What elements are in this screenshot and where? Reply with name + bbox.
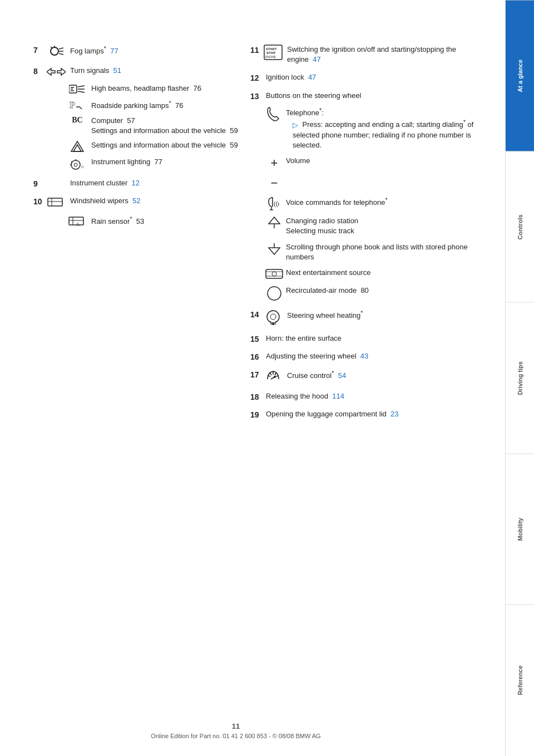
svg-point-48 xyxy=(268,287,281,300)
svg-point-61 xyxy=(274,376,276,378)
svg-line-13 xyxy=(78,86,85,87)
svg-text:P: P xyxy=(70,100,75,110)
svg-line-57 xyxy=(275,372,276,375)
volume-plus-row: + Volume xyxy=(263,156,483,170)
item-16-row: 16 Adjusting the steering wheel 43 xyxy=(250,351,483,361)
roadside-parking-row: P Roadside parking lamps* 76 xyxy=(67,99,239,111)
triangle-settings-row: Settings and information about the vehic… xyxy=(67,140,239,153)
item-10-number: 10 xyxy=(33,197,46,206)
scroll-down-text: Scrolling through phone book and lists w… xyxy=(286,242,483,262)
instrument-light-icon: ☼ xyxy=(67,157,88,170)
svg-marker-7 xyxy=(57,68,66,75)
high-beam-row: High beams, headlamp flasher 76 xyxy=(67,84,239,95)
item-11-group: 11 START STOP ENGINE Switching the ignit… xyxy=(250,45,483,65)
item-14-number: 14 xyxy=(250,310,263,319)
item-9-text: Instrument cluster 12 xyxy=(70,178,239,188)
item-18-number: 18 xyxy=(250,392,263,401)
svg-text:☼: ☼ xyxy=(80,164,85,169)
computer-text: Computer 57 Settings and information abo… xyxy=(91,116,239,136)
item-18-text: Releasing the hood 114 xyxy=(266,391,483,401)
instrument-light-text: Instrument lighting 77 xyxy=(91,157,239,167)
item-19-text: Opening the luggage compartment lid 23 xyxy=(266,409,483,419)
voice-cmd-icon: ((ı xyxy=(263,196,286,210)
item-10-subitems: A Rain sensor* 53 xyxy=(67,215,239,228)
item-12-group: 12 Ignition lock 47 xyxy=(250,72,483,82)
scroll-up-text: Changing radio stationSelecting music tr… xyxy=(286,216,483,236)
sidebar-tab-mobility[interactable]: Mobility xyxy=(506,454,534,605)
item-10-text: Windshield wipers 52 xyxy=(70,196,239,206)
item-8-text: Turn signals 51 xyxy=(70,66,239,76)
item-16-text: Adjusting the steering wheel 43 xyxy=(266,351,483,361)
item-10-row: 10 Windshield wipers 52 xyxy=(33,196,239,209)
sidebar-tab-at-a-glance[interactable]: At a glance xyxy=(506,0,534,151)
item-18-group: 18 Releasing the hood 114 xyxy=(250,391,483,401)
item-8-subitems: High beams, headlamp flasher 76 P xyxy=(67,84,239,170)
sidebar-tab-reference[interactable]: Reference xyxy=(506,605,534,756)
footer-text: Online Edition for Part no. 01 41 2 600 … xyxy=(151,733,320,739)
item-14-row: 14 Steering whe xyxy=(250,309,483,326)
scroll-down-row: Scrolling through phone book and lists w… xyxy=(263,242,483,262)
two-col-layout: 7 Fog lamps* 7 xyxy=(33,45,483,428)
page-footer: 11 Online Edition for Part no. 01 41 2 6… xyxy=(0,722,472,739)
svg-line-14 xyxy=(78,91,85,92)
svg-text:ENGINE: ENGINE xyxy=(265,55,276,58)
start-stop-icon: START STOP ENGINE xyxy=(263,45,284,60)
item-13-text: Buttons on the steering wheel xyxy=(266,91,483,101)
turn-signal-icon xyxy=(46,66,67,78)
svg-line-58 xyxy=(268,376,270,376)
left-column: 7 Fog lamps* 7 xyxy=(33,45,239,428)
fog-lamp-icon xyxy=(46,45,67,58)
svg-line-4 xyxy=(51,47,52,48)
svg-text:STOP: STOP xyxy=(266,51,275,55)
item-16-group: 16 Adjusting the steering wheel 43 xyxy=(250,351,483,361)
svg-text:A: A xyxy=(76,222,80,227)
volume-minus-row: − xyxy=(263,176,483,190)
item-12-row: 12 Ignition lock 47 xyxy=(250,72,483,82)
item-9-number: 9 xyxy=(33,179,46,188)
svg-marker-6 xyxy=(47,68,55,75)
sidebar-tab-controls[interactable]: Controls xyxy=(506,151,534,303)
bc-icon: BC xyxy=(67,116,88,125)
item-8-page: 51 xyxy=(113,66,121,75)
item-17-number: 17 xyxy=(250,370,263,379)
svg-point-49 xyxy=(267,311,279,323)
item-14-group: 14 Steering whe xyxy=(250,309,483,326)
triangle-settings-text: Settings and information about the vehic… xyxy=(91,140,239,150)
main-content: 7 Fog lamps* 7 xyxy=(0,0,505,756)
item-18-row: 18 Releasing the hood 114 xyxy=(250,391,483,401)
svg-marker-40 xyxy=(269,217,280,224)
svg-line-2 xyxy=(59,48,63,49)
item-13-group: 13 Buttons on the steering wheel xyxy=(250,91,483,301)
scroll-up-icon xyxy=(263,216,286,229)
telephone-icon xyxy=(263,106,286,122)
item-11-number: 11 xyxy=(250,46,263,55)
item-7-row: 7 Fog lamps* 7 xyxy=(33,45,239,58)
minus-icon: − xyxy=(263,176,286,190)
high-beam-icon xyxy=(67,84,88,95)
right-column: 11 START STOP ENGINE Switching the ignit… xyxy=(250,45,483,428)
item-15-group: 15 Horn: the entire surface xyxy=(250,333,483,343)
recirculate-icon xyxy=(263,286,286,301)
svg-rect-44 xyxy=(266,269,283,278)
wiper-icon xyxy=(46,196,67,209)
roadside-parking-icon: P xyxy=(67,99,88,110)
computer-row: BC Computer 57 Settings and information … xyxy=(67,116,239,136)
item-8-row: 8 Turn signals 51 xyxy=(33,66,239,78)
page-container: 7 Fog lamps* 7 xyxy=(0,0,534,756)
item-7-number: 7 xyxy=(33,46,46,55)
svg-line-3 xyxy=(59,53,63,55)
recirculate-row: Recirculated-air mode 80 xyxy=(263,286,483,301)
svg-point-45 xyxy=(272,272,276,276)
item-7-group: 7 Fog lamps* 7 xyxy=(33,45,239,58)
press-arrow-icon: ▷ xyxy=(293,121,298,129)
telephone-row: Telephone*: ▷ Press: accepting and endin… xyxy=(263,106,483,150)
item-16-number: 16 xyxy=(250,352,263,361)
rain-sensor-row: A Rain sensor* 53 xyxy=(67,215,239,228)
sidebar-tab-driving-tips[interactable]: Driving tips xyxy=(506,302,534,454)
item-13-row: 13 Buttons on the steering wheel xyxy=(250,91,483,101)
item-15-number: 15 xyxy=(250,335,263,343)
item-11-row: 11 START STOP ENGINE Switching the ignit… xyxy=(250,45,483,65)
svg-text:START: START xyxy=(266,47,277,51)
volume-text: Volume xyxy=(286,156,483,166)
scroll-down-icon xyxy=(263,242,286,256)
